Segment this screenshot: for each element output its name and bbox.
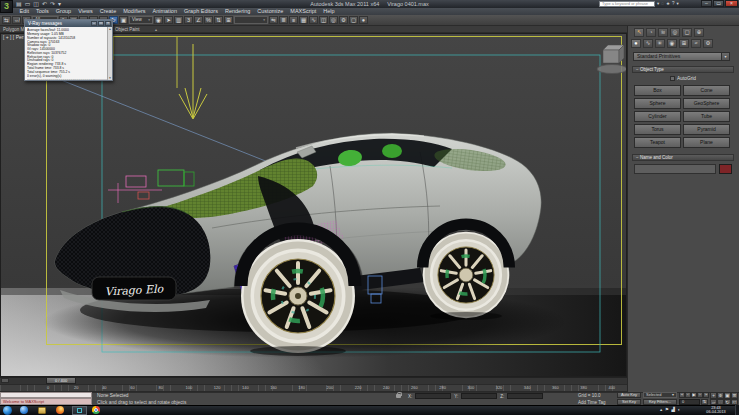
spinner-snap-icon[interactable]: ⇅ <box>214 16 223 24</box>
help-dropdown-icon[interactable]: ▾ <box>677 1 679 7</box>
object-type-button[interactable]: Cylinder <box>634 111 681 122</box>
menu-item[interactable]: Rendering <box>221 8 253 15</box>
maximize-button[interactable]: ▭ <box>713 0 724 7</box>
menu-item[interactable]: Views <box>75 8 97 15</box>
angle-snap-icon[interactable]: ∠ <box>194 16 203 24</box>
named-selection-dropdown[interactable]: ▾ <box>234 16 268 24</box>
search-input[interactable]: Type a keyword or phrase <box>599 1 655 7</box>
open-file-icon[interactable]: ▭ <box>25 1 31 7</box>
action-center-icon[interactable]: ⚑ <box>665 406 669 414</box>
layer-manager-icon[interactable]: ≡ <box>289 16 298 24</box>
object-type-button[interactable]: Cone <box>683 85 730 96</box>
search-scope-icon[interactable]: ▾ <box>657 1 659 7</box>
internet-explorer-icon[interactable] <box>20 406 28 414</box>
tray-expand-icon[interactable]: ▴ <box>660 406 662 414</box>
subtab-systems[interactable]: ⚙ <box>703 39 713 48</box>
minimize-button[interactable]: – <box>701 0 712 7</box>
go-to-end-button[interactable]: » <box>703 392 709 398</box>
subtab-geometry[interactable]: ● <box>631 39 641 48</box>
tab-create[interactable]: ↖ <box>634 28 644 37</box>
taskbar-clock[interactable]: 23:4306-04-2013 <box>700 406 732 415</box>
tab-motion[interactable]: ◎ <box>670 28 680 37</box>
mini-curve-editor-button[interactable] <box>1 378 9 383</box>
coordinate-y-field[interactable] <box>461 393 497 399</box>
vray-minimize-button[interactable]: – <box>91 21 97 26</box>
subtab-helpers[interactable]: ⊞ <box>679 39 689 48</box>
percent-snap-icon[interactable]: % <box>204 16 213 24</box>
unlink-selection-icon[interactable]: ⇎ <box>12 16 21 24</box>
name-color-rollout[interactable]: − Name and Color <box>632 154 734 161</box>
autogrid-checkbox[interactable] <box>670 76 675 81</box>
subtab-spacewarps[interactable]: ≈ <box>691 39 701 48</box>
coordinate-system-dropdown[interactable]: View▾ <box>129 16 153 24</box>
snap-toggle-icon[interactable]: 3 <box>184 16 193 24</box>
menu-item[interactable]: Graph Editors <box>181 8 222 15</box>
coordinate-z-field[interactable] <box>507 393 543 399</box>
menu-item[interactable]: MAXScript <box>287 8 320 15</box>
primitive-category-dropdown[interactable]: Standard Primitives▾ <box>633 52 730 61</box>
redo-icon[interactable]: ↷ <box>50 1 55 7</box>
app-logo-icon[interactable]: 3 <box>0 0 13 13</box>
menu-item[interactable]: Tools <box>32 8 52 15</box>
menu-item[interactable]: Animation <box>149 8 180 15</box>
curve-editor-icon[interactable]: ∿ <box>309 16 318 24</box>
object-type-button[interactable]: Teapot <box>634 137 681 148</box>
use-pivot-center-icon[interactable]: ◉ <box>154 16 163 24</box>
tab-modify[interactable]: ◔ <box>646 28 656 37</box>
favorites-icon[interactable]: ★ <box>666 1 670 7</box>
object-type-rollout[interactable]: − Object Type <box>632 66 734 73</box>
key-set-dropdown[interactable]: Selected▾ <box>643 392 677 398</box>
save-file-icon[interactable]: ◫ <box>33 1 39 7</box>
firefox-icon[interactable] <box>56 406 64 414</box>
object-type-button[interactable]: Box <box>634 85 681 96</box>
ribbon-toggle-icon[interactable]: ▦ <box>299 16 308 24</box>
new-scene-icon[interactable]: ▤ <box>16 1 22 7</box>
render-production-icon[interactable]: ● <box>359 16 368 24</box>
menu-item[interactable]: Edit <box>16 8 32 15</box>
communication-center-icon[interactable]: ◌ <box>661 1 664 7</box>
vray-messages-window[interactable]: V-Ray messages –▭× Average faces/leaf: 1… <box>24 19 113 81</box>
subtab-lights[interactable]: ☀ <box>655 39 665 48</box>
select-and-scale-icon[interactable]: ▣ <box>119 16 128 24</box>
object-type-button[interactable]: Pyramid <box>683 124 730 135</box>
tab-display[interactable]: ▢ <box>682 28 692 37</box>
object-type-button[interactable]: Sphere <box>634 98 681 109</box>
vray-scrollbar[interactable]: ▲▼ <box>107 27 112 80</box>
material-editor-icon[interactable]: ◎ <box>329 16 338 24</box>
qat-dropdown-icon[interactable]: ▾ <box>58 1 61 7</box>
show-desktop-button[interactable] <box>735 405 739 415</box>
object-color-swatch[interactable] <box>719 164 732 174</box>
select-and-manipulate-icon[interactable]: ➤ <box>164 16 173 24</box>
start-button[interactable] <box>3 406 12 415</box>
tab-utilities[interactable]: ⊕ <box>694 28 704 37</box>
select-and-link-icon[interactable]: ⇆ <box>2 16 11 24</box>
selection-lock-icon[interactable] <box>396 394 401 398</box>
tab-hierarchy[interactable]: ≋ <box>658 28 668 37</box>
vray-maximize-button[interactable]: ▭ <box>98 21 104 26</box>
object-type-button[interactable]: GeoSphere <box>683 98 730 109</box>
schematic-view-icon[interactable]: ◫ <box>319 16 328 24</box>
time-slider-handle[interactable]: 0 / 400 <box>46 377 76 384</box>
subtab-cameras[interactable]: ◉ <box>667 39 677 48</box>
mirror-icon[interactable]: ⇋ <box>269 16 278 24</box>
windows-explorer-icon[interactable] <box>38 407 46 414</box>
render-setup-icon[interactable]: ⚙ <box>339 16 348 24</box>
volume-icon[interactable]: ◖ <box>677 406 680 414</box>
vray-close-button[interactable]: × <box>105 21 111 26</box>
close-button[interactable]: × <box>725 0 738 7</box>
keyboard-override-icon[interactable]: ▥ <box>174 16 183 24</box>
rendered-frame-icon[interactable]: ▢ <box>349 16 358 24</box>
object-type-button[interactable]: Plane <box>683 137 730 148</box>
network-icon[interactable]: ▟ <box>671 406 674 414</box>
menu-item[interactable]: Create <box>96 8 120 15</box>
3ds-max-taskbar-button[interactable] <box>72 406 87 415</box>
object-type-button[interactable]: Tube <box>683 111 730 122</box>
viewport-canvas[interactable]: Virago Elo <box>0 33 627 377</box>
ribbon-collapse-icon[interactable]: ▴ <box>155 27 157 32</box>
vray-window-titlebar[interactable]: V-Ray messages –▭× <box>25 20 112 27</box>
align-icon[interactable]: ≣ <box>279 16 288 24</box>
menu-item[interactable]: Modifiers <box>120 8 149 15</box>
object-type-button[interactable]: Torus <box>634 124 681 135</box>
object-name-field[interactable] <box>634 164 716 174</box>
subtab-shapes[interactable]: ∿ <box>643 39 653 48</box>
